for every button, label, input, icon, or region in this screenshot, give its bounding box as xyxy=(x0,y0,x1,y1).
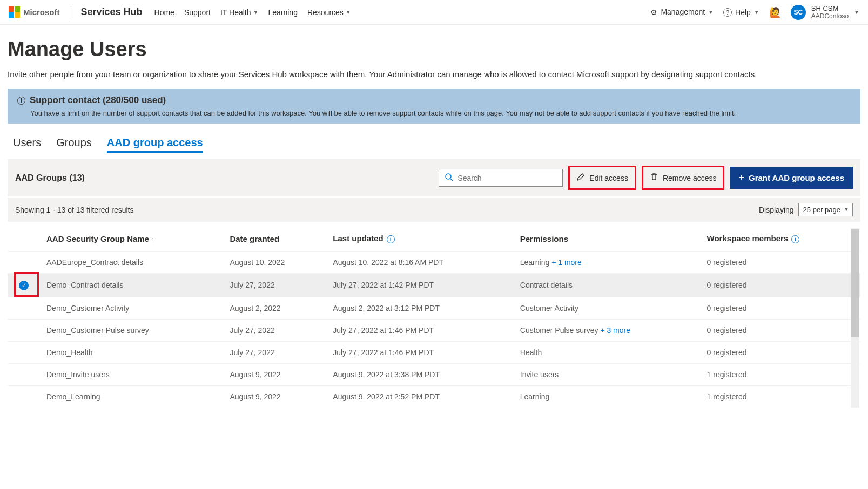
profile-name: SH CSM xyxy=(811,4,849,12)
results-text: Showing 1 - 13 of 13 filtered results xyxy=(15,206,133,214)
remove-access-button[interactable]: Remove access xyxy=(642,166,725,190)
chevron-down-icon: ▼ xyxy=(854,9,859,15)
chevron-down-icon: ▼ xyxy=(708,9,714,15)
notifications-icon[interactable]: 🙋 xyxy=(769,6,781,18)
row-select-cell[interactable] xyxy=(8,297,40,319)
col-permissions[interactable]: Permissions xyxy=(514,226,701,252)
col-members[interactable]: Workspace membersi xyxy=(701,226,860,252)
info-icon[interactable]: i xyxy=(387,235,395,243)
cell-members: 0 registered xyxy=(701,274,860,297)
page-description: Invite other people from your team or or… xyxy=(8,70,860,79)
cell-permissions: Customer Pulse survey + 3 more xyxy=(514,319,701,341)
cell-permissions: Customer Activity xyxy=(514,297,701,319)
cell-updated: July 27, 2022 at 1:46 PM PDT xyxy=(326,319,513,341)
table-row[interactable]: Demo_Customer ActivityAugust 2, 2022Augu… xyxy=(8,297,860,319)
permissions-more-link[interactable]: + 1 more xyxy=(551,258,582,267)
cell-granted: July 27, 2022 xyxy=(223,319,326,341)
toolbar-title: AAD Groups (13) xyxy=(15,173,85,183)
cell-updated: July 27, 2022 at 1:46 PM PDT xyxy=(326,341,513,363)
cell-permissions: Learning + 1 more xyxy=(514,252,701,274)
ms-logo-icon xyxy=(9,6,20,18)
displaying-label: Displaying xyxy=(759,206,794,214)
nav-it-health[interactable]: IT Health▼ xyxy=(220,8,258,17)
cell-granted: July 27, 2022 xyxy=(223,274,326,297)
vertical-scrollbar[interactable] xyxy=(851,228,859,408)
cell-permissions: Health xyxy=(514,341,701,363)
search-input[interactable] xyxy=(457,174,557,182)
table-row[interactable]: Demo_Customer Pulse surveyJuly 27, 2022J… xyxy=(8,319,860,341)
chevron-down-icon: ▼ xyxy=(844,206,849,212)
table-row[interactable]: ✓Demo_Contract detailsJuly 27, 2022July … xyxy=(8,274,860,297)
row-select-cell[interactable] xyxy=(8,252,40,274)
per-page-select[interactable]: 25 per page ▼ xyxy=(798,203,853,216)
tab-aad-group-access[interactable]: AAD group access xyxy=(107,137,203,153)
row-select-cell[interactable] xyxy=(8,385,40,408)
cell-name: Demo_Customer Activity xyxy=(40,297,223,319)
nav-resources[interactable]: Resources▼ xyxy=(307,8,351,17)
cell-name: Demo_Health xyxy=(40,341,223,363)
search-icon xyxy=(445,173,453,183)
grant-access-button[interactable]: + Grant AAD group access xyxy=(730,167,853,189)
tab-groups[interactable]: Groups xyxy=(56,137,92,153)
cell-updated: August 9, 2022 at 2:52 PM PDT xyxy=(326,385,513,408)
top-nav: Home Support IT Health▼ Learning Resourc… xyxy=(154,8,351,17)
cell-members: 0 registered xyxy=(701,252,860,274)
row-select-cell[interactable] xyxy=(8,363,40,385)
cell-members: 1 registered xyxy=(701,363,860,385)
top-bar: Microsoft Services Hub Home Support IT H… xyxy=(0,0,868,25)
info-banner: i Support contact (280/500 used) You hav… xyxy=(8,89,860,124)
search-box[interactable] xyxy=(439,169,563,187)
info-icon: i xyxy=(17,97,25,105)
cell-members: 0 registered xyxy=(701,341,860,363)
nav-learning[interactable]: Learning xyxy=(268,8,298,17)
cell-name: Demo_Contract details xyxy=(40,274,223,297)
trash-icon xyxy=(650,173,658,183)
row-select-cell[interactable] xyxy=(8,341,40,363)
table-row[interactable]: Demo_Invite usersAugust 9, 2022August 9,… xyxy=(8,363,860,385)
results-bar: Showing 1 - 13 of 13 filtered results Di… xyxy=(8,198,860,222)
table-row[interactable]: Demo_HealthJuly 27, 2022July 27, 2022 at… xyxy=(8,341,860,363)
pencil-icon xyxy=(576,173,585,183)
profile-menu[interactable]: SC SH CSM AADContoso ▼ xyxy=(791,4,859,20)
row-select-cell[interactable] xyxy=(8,319,40,341)
cell-members: 1 registered xyxy=(701,385,860,408)
info-title-text: Support contact (280/500 used) xyxy=(30,95,166,106)
avatar: SC xyxy=(791,5,806,20)
cell-permissions: Contract details xyxy=(514,274,701,297)
sort-asc-icon: ↑ xyxy=(151,236,154,243)
col-updated[interactable]: Last updatedi xyxy=(326,226,513,252)
cell-granted: August 2, 2022 xyxy=(223,297,326,319)
cell-granted: August 9, 2022 xyxy=(223,363,326,385)
management-menu[interactable]: ⚙ Management ▼ xyxy=(650,8,714,17)
cell-granted: July 27, 2022 xyxy=(223,341,326,363)
plus-icon: + xyxy=(738,172,744,184)
col-granted[interactable]: Date granted xyxy=(223,226,326,252)
page-title: Manage Users xyxy=(8,38,860,61)
cell-granted: August 10, 2022 xyxy=(223,252,326,274)
help-menu[interactable]: ? Help ▼ xyxy=(723,8,759,17)
selection-highlight-annotation xyxy=(14,272,39,297)
col-name[interactable]: AAD Security Group Name↑ xyxy=(40,226,223,252)
cell-granted: August 9, 2022 xyxy=(223,385,326,408)
cell-updated: August 10, 2022 at 8:16 AM PDT xyxy=(326,252,513,274)
gear-icon: ⚙ xyxy=(650,8,657,17)
chevron-down-icon: ▼ xyxy=(253,9,259,15)
cell-updated: August 2, 2022 at 3:12 PM PDT xyxy=(326,297,513,319)
chevron-down-icon: ▼ xyxy=(754,9,759,15)
svg-point-0 xyxy=(446,174,451,179)
svg-line-1 xyxy=(450,179,453,181)
app-title: Services Hub xyxy=(81,6,143,18)
edit-access-button[interactable]: Edit access xyxy=(568,166,636,190)
table-row[interactable]: AADEurope_Contract detailsAugust 10, 202… xyxy=(8,252,860,274)
permissions-more-link[interactable]: + 3 more xyxy=(600,326,630,335)
cell-updated: August 9, 2022 at 3:38 PM PDT xyxy=(326,363,513,385)
nav-home[interactable]: Home xyxy=(154,8,174,17)
tab-users[interactable]: Users xyxy=(13,137,41,153)
info-icon[interactable]: i xyxy=(791,235,799,243)
nav-support[interactable]: Support xyxy=(184,8,211,17)
info-body-text: You have a limit on the number of suppor… xyxy=(17,109,851,117)
cell-name: AADEurope_Contract details xyxy=(40,252,223,274)
topbar-right: ⚙ Management ▼ ? Help ▼ 🙋 SC SH CSM AADC… xyxy=(650,4,859,20)
microsoft-logo[interactable]: Microsoft xyxy=(9,5,70,20)
table-row[interactable]: Demo_LearningAugust 9, 2022August 9, 202… xyxy=(8,385,860,408)
